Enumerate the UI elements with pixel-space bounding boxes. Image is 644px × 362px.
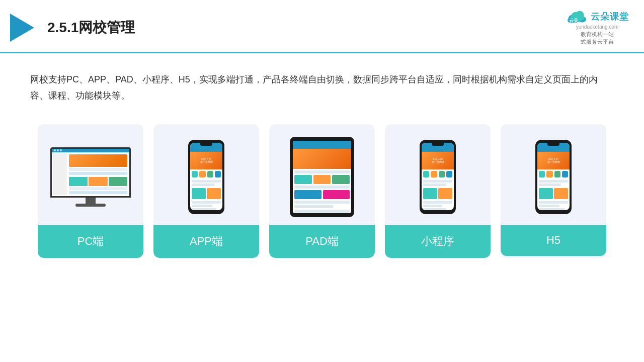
card-h5-label: H5 — [501, 225, 606, 256]
brand-name: 云朵课堂 — [591, 11, 629, 23]
card-h5-image: 职达人的第一堂网课 — [501, 124, 606, 225]
brand-tagline: 教育机构一站 式服务云平台 — [581, 31, 614, 46]
card-pc-image — [38, 124, 143, 225]
logo-triangle-icon — [10, 14, 34, 42]
card-app-label: APP端 — [153, 225, 259, 258]
card-miniprogram-label: 小程序 — [385, 225, 491, 258]
header-left: 2.5.1网校管理 — [10, 14, 135, 42]
svg-text:云朵: 云朵 — [569, 18, 579, 23]
card-h5: 职达人的第一堂网课 — [501, 124, 606, 258]
cloud-icon: 云朵 — [566, 9, 588, 24]
card-miniprogram: 职达人的第一堂网课 — [385, 124, 491, 258]
card-app-image: 职达人的第一堂网课 — [153, 124, 259, 225]
brand-logo: 云朵 云朵课堂 yunduoketang.com 教育机构一站 式服务云平台 — [566, 9, 629, 46]
card-pc: PC端 — [38, 124, 143, 258]
card-pad-image — [269, 124, 375, 225]
brand-url: yunduoketang.com — [576, 24, 619, 30]
monitor-screen — [50, 147, 131, 198]
h5-phone: 职达人的第一堂网课 — [535, 140, 572, 214]
card-pc-label: PC端 — [38, 225, 143, 258]
app-phone: 职达人的第一堂网课 — [188, 140, 224, 214]
pad-tablet — [290, 137, 354, 217]
description-text: 网校支持PC、APP、PAD、小程序、H5，实现多端打通，产品各终端自由切换，数… — [0, 53, 644, 114]
brand-cloud: 云朵 云朵课堂 — [566, 9, 629, 24]
platform-cards: PC端 职达人的第一堂网课 — [0, 114, 644, 273]
page-title: 2.5.1网校管理 — [47, 18, 135, 37]
miniprogram-phone: 职达人的第一堂网课 — [420, 140, 456, 214]
page-header: 2.5.1网校管理 云朵 云朵课堂 yunduoketang.com 教育机构一… — [0, 0, 644, 53]
card-pad: PAD端 — [269, 124, 375, 258]
card-app: 职达人的第一堂网课 — [153, 124, 259, 258]
card-pad-label: PAD端 — [269, 225, 375, 258]
pc-monitor — [50, 147, 131, 207]
card-miniprogram-image: 职达人的第一堂网课 — [385, 124, 491, 225]
